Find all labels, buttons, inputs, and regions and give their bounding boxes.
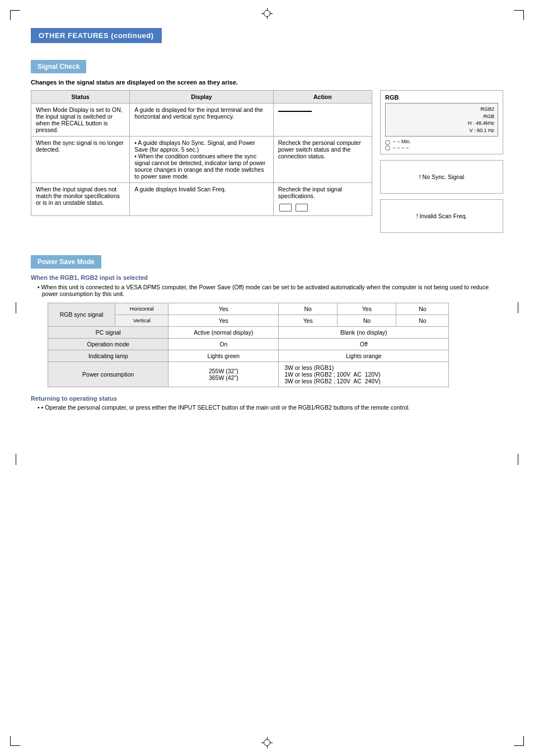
ps-row-lamp: Indicating lamp Lights green Lights oran… [48,350,449,361]
scan-waveform-icon2 [296,204,308,212]
rgb-circle-1 [385,140,390,145]
row2-display: • A guide displays No Sync. Signal, and … [130,137,273,183]
signal-check-title: Signal Check [31,60,86,73]
rgb-panel-1: RGB RGB2 RGB H : 48.4kHz V : 60.1 Hz − −… [380,90,503,154]
ps-v-yes2: Yes [279,314,338,326]
side-mark-right-top [518,302,518,313]
section-title: OTHER FEATURES (continued) [31,28,162,43]
rgb-display-text: RGB2 RGB H : 48.4kHz V : 60.1 Hz [468,106,494,134]
signal-check-layout: Status Display Action When Mode Display … [31,90,503,233]
power-save-bullet-text: When this unit is connected to a VESA DP… [41,284,489,297]
cross-top [261,8,273,19]
row3-display: A guide displays Invalid Scan Freq. [130,183,273,216]
row3-action: Recheck the input signal specifications. [273,183,372,216]
ps-power-active: 255W (32")365W (42") [168,361,279,387]
no-sync-label: ! No Sync. Signal [419,173,465,180]
corner-tl [10,10,20,20]
table-row: When the sync signal is no longer detect… [31,137,372,183]
returning-header: Returning to operating status [31,395,503,402]
signal-check-header: Signal Check [31,50,503,79]
ps-power-label: Power consumption [48,361,168,387]
ps-v-no1: No [338,314,396,326]
table-header-action: Action [273,91,372,104]
rgb-panels: RGB RGB2 RGB H : 48.4kHz V : 60.1 Hz − −… [380,90,503,233]
ps-row-sync-h: RGB sync signal Horizontal Yes No Yes No [48,303,449,314]
rgb-status-text1: − − Min. [393,139,411,144]
page-content: OTHER FEATURES (continued) Signal Check … [31,28,503,411]
power-save-title: Power Save Mode [31,255,101,269]
ps-h-no2: No [396,303,449,314]
power-save-heading: When the RGB1, RGB2 input is selected [31,274,503,281]
ps-horizontal-label: Horizontal [115,303,168,314]
rgb-status-row2: − − − − [385,145,498,151]
main-section-header: OTHER FEATURES (continued) [31,28,503,50]
ps-op-off: Off [279,338,449,350]
signal-table-container: Status Display Action When Mode Display … [31,90,372,225]
row1-display: A guide is displayed for the input termi… [130,104,273,137]
ps-row-operation: Operation mode On Off [48,338,449,350]
scan-waveform-icon1 [279,204,292,212]
corner-tr [514,10,524,20]
ps-row-pc: PC signal Active (normal display) Blank … [48,326,449,338]
ps-sync-label: RGB sync signal [48,303,115,326]
rgb-circle-2 [385,145,390,151]
ps-v-yes1: Yes [168,314,279,326]
dash-separator [278,111,312,112]
ps-row-power: Power consumption 255W (32")365W (42") 3… [48,361,449,387]
no-sync-panel: ! No Sync. Signal [380,160,503,194]
ps-lamp-green: Lights green [168,350,279,361]
corner-br [514,736,524,746]
returning-text-content: • Operate the personal computer, or pres… [41,404,410,411]
rgb-line2: RGB [483,114,494,119]
table-row: When the input signal does not match the… [31,183,372,216]
ps-h-no1: No [279,303,338,314]
signal-intro: Changes in the signal status are display… [31,79,503,86]
rgb-label: RGB [385,94,498,101]
rgb-display-box: RGB2 RGB H : 48.4kHz V : 60.1 Hz [385,103,498,137]
table-row: When Mode Display is set to ON, the inpu… [31,104,372,137]
ps-lamp-orange: Lights orange [279,350,449,361]
rgb-line4: V : 60.1 Hz [469,128,494,133]
ps-h-yes1: Yes [168,303,279,314]
row1-status: When Mode Display is set to ON, the inpu… [31,104,130,137]
rgb-line1: RGB2 [480,106,494,112]
corner-bl [10,736,20,746]
side-mark-left-top [16,302,16,313]
rgb-status-row1: − − Min. [385,139,498,144]
side-mark-left-bottom [16,454,16,465]
table-header-status: Status [31,91,130,104]
ps-lamp-label: Indicating lamp [48,350,168,361]
ps-vertical-label: Vertical [115,314,168,326]
ps-h-yes2: Yes [338,303,396,314]
ps-v-no2: No [396,314,449,326]
row1-action [273,104,372,137]
cross-bottom [261,737,273,748]
signal-table: Status Display Action When Mode Display … [31,90,372,216]
power-save-table: RGB sync signal Horizontal Yes No Yes No… [48,303,449,387]
rgb-line3: H : 48.4kHz [468,120,494,126]
ps-pc-blank: Blank (no display) [279,326,449,338]
ps-power-off: 3W or less (RGB1) 1W or less (RGB2 ; 100… [279,361,449,387]
side-mark-right-bottom [518,454,518,465]
rgb-status-text2: − − − − [393,145,409,151]
ps-pc-label: PC signal [48,326,168,338]
invalid-scan-label: ! Invalid Scan Freq. [416,213,467,219]
ps-pc-active: Active (normal display) [168,326,279,338]
row2-action: Recheck the personal computer power swit… [273,137,372,183]
ps-op-on: On [168,338,279,350]
power-save-bullet: • When this unit is connected to a VESA … [35,284,503,297]
ps-operation-label: Operation mode [48,338,168,350]
table-header-display: Display [130,91,273,104]
power-save-section: Power Save Mode When the RGB1, RGB2 inpu… [31,245,503,411]
row3-status: When the input signal does not match the… [31,183,130,216]
returning-text: • • Operate the personal computer, or pr… [35,404,503,411]
row2-status: When the sync signal is no longer detect… [31,137,130,183]
invalid-scan-panel: ! Invalid Scan Freq. [380,199,503,233]
